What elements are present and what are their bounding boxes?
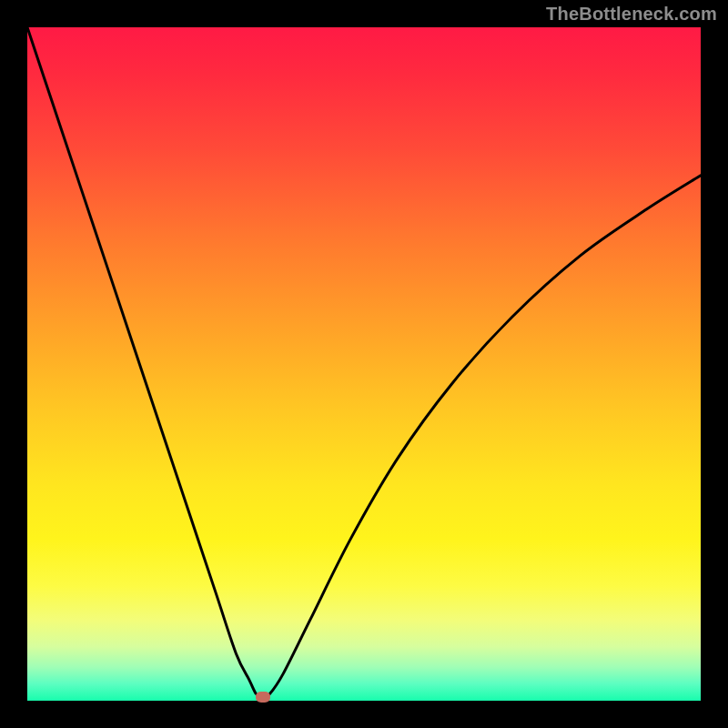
watermark-text: TheBottleneck.com [546, 4, 717, 25]
curve-svg [27, 27, 701, 701]
plot-area [27, 27, 701, 701]
optimal-point-marker [256, 692, 270, 703]
chart-frame: TheBottleneck.com [0, 0, 728, 728]
bottleneck-curve-path [27, 27, 701, 697]
